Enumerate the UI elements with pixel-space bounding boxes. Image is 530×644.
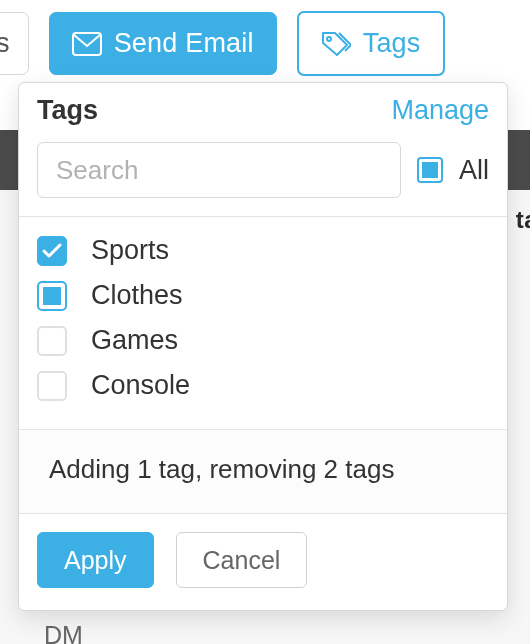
root: ta DM ces Send Email Tags — [0, 0, 530, 644]
tag-label: Console — [91, 370, 190, 401]
checkbox-indeterminate[interactable] — [37, 281, 67, 311]
partial-button-label: ces — [0, 28, 10, 59]
search-input[interactable] — [37, 142, 401, 198]
tag-row-clothes[interactable]: Clothes — [37, 280, 489, 311]
panel-header: Tags Manage — [19, 83, 507, 142]
tags-button-label: Tags — [363, 28, 421, 59]
checkbox-checked[interactable] — [37, 236, 67, 266]
tags-dropdown-panel: Tags Manage All Sports — [18, 82, 508, 611]
select-all-label: All — [459, 155, 489, 186]
panel-title: Tags — [37, 95, 98, 126]
svg-point-1 — [327, 37, 331, 41]
tag-row-sports[interactable]: Sports — [37, 235, 489, 266]
tag-row-games[interactable]: Games — [37, 325, 489, 356]
tags-button[interactable]: Tags — [297, 11, 445, 76]
square-icon — [422, 162, 438, 178]
square-icon — [43, 287, 61, 305]
bg-right-fragment: ta — [516, 206, 530, 234]
apply-button[interactable]: Apply — [37, 532, 154, 588]
tag-row-console[interactable]: Console — [37, 370, 489, 401]
check-icon — [42, 243, 62, 259]
manage-link[interactable]: Manage — [391, 95, 489, 126]
summary-bar: Adding 1 tag, removing 2 tags — [19, 429, 507, 513]
select-all-checkbox[interactable] — [417, 157, 443, 183]
svg-rect-0 — [73, 33, 101, 55]
partial-button[interactable]: ces — [0, 12, 29, 75]
toolbar: ces Send Email Tags — [0, 11, 445, 76]
cancel-button[interactable]: Cancel — [176, 532, 308, 588]
panel-footer: Apply Cancel — [19, 513, 507, 610]
checkbox-unchecked[interactable] — [37, 326, 67, 356]
mail-icon — [72, 32, 102, 56]
tag-list: Sports Clothes Games Console — [19, 217, 507, 429]
tag-label: Clothes — [91, 280, 183, 311]
send-email-label: Send Email — [114, 28, 254, 59]
tag-label: Games — [91, 325, 178, 356]
send-email-button[interactable]: Send Email — [49, 12, 277, 75]
checkbox-unchecked[interactable] — [37, 371, 67, 401]
tag-label: Sports — [91, 235, 169, 266]
search-row: All — [19, 142, 507, 216]
tag-icon — [321, 31, 351, 57]
bg-pm-fragment: DM — [44, 621, 83, 644]
